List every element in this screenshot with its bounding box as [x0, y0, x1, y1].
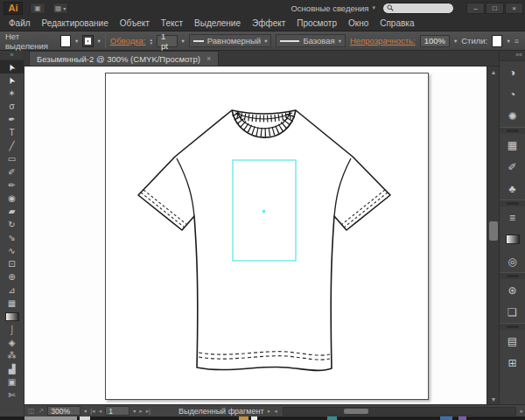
menu-item[interactable]: Редактирование — [42, 18, 108, 28]
menu-item[interactable]: Выделение — [194, 18, 241, 28]
scroll-up-icon[interactable]: ▲ — [487, 66, 500, 77]
stroke-panel-link[interactable]: Обводка: — [110, 36, 146, 46]
opacity-caret-icon[interactable] — [454, 38, 457, 45]
last-artboard-icon[interactable]: ▸| — [146, 408, 150, 415]
line-segment-tool[interactable]: ╱ — [0, 139, 24, 152]
type-tool[interactable]: T — [0, 126, 24, 139]
next-artboard-icon[interactable]: ▸ — [139, 408, 143, 415]
tab-close-icon[interactable]: × — [206, 54, 211, 63]
artboards-panel-icon[interactable]: ⊞ — [500, 352, 525, 374]
menu-item[interactable]: Объект — [120, 18, 150, 28]
group-separator[interactable] — [500, 200, 525, 206]
export-icon[interactable]: ↗ — [38, 407, 45, 415]
dock-expand-icon[interactable]: «« — [500, 51, 525, 61]
status-display[interactable]: Выделенный фрагмент — [178, 407, 264, 416]
direct-selection-tool[interactable]: ➤ — [0, 74, 24, 87]
gradient-panel-icon[interactable] — [500, 228, 525, 250]
appearance-panel-icon[interactable]: ⊛ — [500, 279, 525, 301]
search-input[interactable] — [396, 4, 449, 12]
menu-item[interactable]: Файл — [9, 18, 31, 28]
fill-color-swatch[interactable] — [60, 35, 71, 47]
symbols-panel-icon[interactable]: ♣ — [500, 178, 525, 200]
free-transform-tool[interactable]: ⊡ — [0, 257, 24, 270]
menu-item[interactable]: Справка — [380, 18, 414, 28]
scroll-down-icon[interactable]: ▼ — [487, 394, 500, 404]
prev-artboard-icon[interactable]: ◂ — [99, 408, 102, 415]
preview-toggle-icon[interactable]: ◫ — [28, 407, 35, 415]
workspace-switcher[interactable]: Основные сведения — [290, 4, 375, 13]
column-graph-tool[interactable]: ▟ — [0, 362, 24, 375]
hscroll-left-icon[interactable]: ◂ — [274, 408, 277, 415]
vertical-scrollbar[interactable]: ▲ ▼ — [486, 66, 499, 404]
opacity-value[interactable]: 100% — [420, 35, 450, 47]
brush-definition-dropdown[interactable]: Базовая — [276, 34, 346, 47]
group-separator[interactable] — [500, 272, 525, 279]
zoom-caret-icon[interactable] — [84, 408, 87, 414]
width-tool[interactable]: ∿ — [0, 244, 24, 257]
brushes-panel-icon[interactable]: ✐ — [500, 156, 525, 178]
transparency-panel-icon[interactable]: ◎ — [500, 250, 525, 272]
pen-tool[interactable]: ✒ — [0, 113, 24, 126]
layers-panel-icon[interactable]: ▤ — [500, 330, 525, 352]
mesh-tool[interactable]: ▦ — [0, 297, 24, 310]
arrange-documents-icon[interactable]: ▦ — [52, 3, 68, 14]
menu-item[interactable]: Окно — [348, 18, 368, 28]
swatches-panel-icon[interactable]: ▦ — [500, 134, 525, 156]
search-box[interactable] — [382, 3, 454, 14]
group-separator[interactable] — [500, 127, 525, 134]
horizontal-scroll-thumb[interactable] — [344, 409, 368, 414]
lasso-tool[interactable]: σ — [0, 100, 24, 113]
color-groups-panel-icon[interactable]: ✺ — [500, 105, 525, 127]
document-tab[interactable]: Безымянный-2 @ 300% (CMYK/Просмотр) × — [29, 51, 219, 66]
group-separator[interactable] — [500, 323, 525, 330]
rotate-tool[interactable]: ↻ — [0, 218, 24, 231]
perspective-grid-tool[interactable]: ⊿ — [0, 284, 24, 297]
first-artboard-icon[interactable]: |◂ — [90, 408, 94, 415]
symbol-sprayer-tool[interactable]: ⁂ — [0, 349, 24, 362]
stroke-width-value[interactable]: 1 pt — [157, 35, 178, 47]
tools-panel-collapse-icon[interactable]: » — [0, 51, 24, 60]
artboard-tool[interactable]: ▣ — [0, 375, 24, 388]
go-to-bridge-icon[interactable]: ▣ — [30, 3, 46, 14]
stroke-width-caret-icon[interactable] — [182, 38, 185, 45]
opacity-panel-link[interactable]: Непрозрачность: — [350, 36, 416, 46]
selection-tool[interactable]: ➤ — [0, 60, 24, 74]
canvas[interactable] — [24, 66, 486, 404]
vertical-scroll-thumb[interactable] — [489, 221, 498, 241]
artboard-caret-icon[interactable] — [133, 408, 136, 414]
zoom-level[interactable]: 300% — [47, 406, 80, 416]
status-menu-icon[interactable]: ▸ — [268, 408, 271, 415]
maximize-button[interactable]: □ — [486, 3, 504, 14]
width-profile-dropdown[interactable]: Равномерный — [189, 34, 272, 47]
menu-item[interactable]: Текст — [161, 18, 183, 28]
gradient-tool[interactable] — [0, 310, 24, 323]
eyedropper-tool[interactable]: ⌡ — [0, 323, 24, 336]
pencil-tool[interactable]: ✏ — [0, 178, 24, 192]
shape-builder-tool[interactable]: ⊕ — [0, 270, 24, 284]
styles-caret-icon[interactable] — [507, 38, 509, 45]
stroke-color-swatch[interactable] — [82, 35, 93, 47]
eraser-tool[interactable]: ▰ — [0, 205, 24, 218]
stroke-panel-icon[interactable]: ≡ — [500, 206, 525, 228]
stroke-width-stepper[interactable]: ▴▾ — [150, 38, 152, 45]
minimize-button[interactable]: – — [466, 3, 485, 14]
slice-tool[interactable]: ✄ — [0, 388, 24, 402]
menu-item[interactable]: Эффект — [252, 18, 285, 28]
fill-caret-icon[interactable] — [75, 38, 78, 45]
control-panel-menu-icon[interactable]: ≡ — [514, 37, 520, 46]
blend-tool[interactable]: ◈ — [0, 336, 24, 349]
hscroll-right-icon[interactable]: ▸ — [520, 408, 523, 415]
color-panel-icon[interactable]: ◑ — [500, 61, 525, 83]
tshirt-drawing[interactable] — [24, 66, 486, 404]
graphic-styles-panel-icon[interactable]: ❏ — [500, 301, 525, 323]
close-button[interactable]: × — [505, 3, 523, 14]
horizontal-scrollbar[interactable] — [283, 407, 517, 416]
artboard-number[interactable]: 1 — [105, 406, 130, 416]
menu-item[interactable]: Просмотр — [297, 18, 337, 28]
paintbrush-tool[interactable]: ✐ — [0, 165, 24, 178]
magic-wand-tool[interactable]: ✶ — [0, 87, 24, 100]
stroke-caret-icon[interactable] — [98, 38, 101, 45]
tshirt-body-outline[interactable] — [138, 110, 390, 370]
color-guide-panel-icon[interactable]: ◔ — [500, 83, 525, 105]
style-swatch[interactable] — [492, 35, 502, 47]
